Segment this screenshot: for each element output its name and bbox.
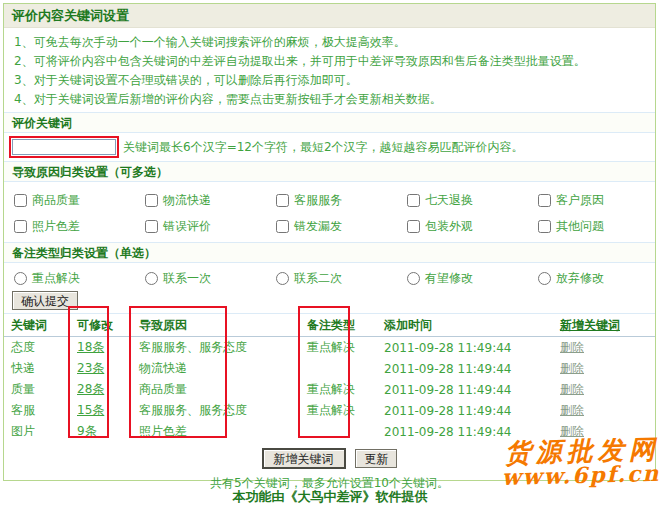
checkbox[interactable] [14, 220, 27, 233]
checkbox[interactable] [145, 194, 158, 207]
time-cell: 2011-09-28 11:49:44 [384, 362, 560, 376]
delete-link[interactable]: 删除 [560, 361, 584, 375]
provider-footer: 本功能由《大鸟中差评》软件提供 [0, 488, 660, 506]
reason-options: 商品质量 物流快递 客服服务 七天退换 客户原因 照片色差 错误评价 错发漏发 … [4, 182, 655, 242]
option-label: 包装外观 [425, 218, 473, 235]
reason-option-item[interactable]: 七天退换 [407, 192, 538, 209]
keyword-cell: 图片 [11, 423, 71, 440]
reason-cell: 照片色差 [132, 423, 301, 440]
option-label: 重点解决 [32, 270, 80, 287]
note-option-item[interactable]: 联系一次 [145, 270, 276, 287]
main-panel: 评价内容关键词设置 1、可免去每次手动一个一个输入关键词搜索评价的麻烦，极大提高… [3, 3, 656, 481]
time-cell: 2011-09-28 11:49:44 [384, 383, 560, 397]
reason-option-item[interactable]: 照片色差 [14, 218, 145, 235]
reason-option-item[interactable]: 包装外观 [407, 218, 538, 235]
checkbox[interactable] [407, 194, 420, 207]
note-cell: 重点解决 [301, 381, 384, 398]
keyword-input-row: 关键词最长6个汉字=12个字符，最短2个汉字，越短越容易匹配评价内容。 [4, 133, 655, 161]
table-row: 客服 15条 客服服务、服务态度 重点解决 2011-09-28 11:49:4… [4, 400, 655, 421]
keyword-table: 关键词 可修改 导致原因 备注类型 添加时间 新增关键词 态度 18条 客服服务… [4, 313, 655, 442]
annotation-box-input [9, 136, 119, 158]
table-row: 图片 9条 照片色差 2011-09-28 11:49:44 删除 [4, 421, 655, 442]
reason-option-item[interactable]: 错发漏发 [276, 218, 407, 235]
delete-link[interactable]: 删除 [560, 382, 584, 396]
instructions-list: 1、可免去每次手动一个一个输入关键词搜索评价的麻烦，极大提高效率。 2、可将评价… [4, 28, 655, 112]
table-row: 质量 28条 商品质量 重点解决 2011-09-28 11:49:44 删除 [4, 379, 655, 400]
radio[interactable] [276, 272, 289, 285]
note-options-row: 重点解决 联系一次 联系二次 有望修改 放弃修改 [14, 268, 655, 288]
reason-option-item[interactable]: 商品质量 [14, 192, 145, 209]
option-label: 其他问题 [556, 218, 604, 235]
radio[interactable] [538, 272, 551, 285]
reason-option-item[interactable]: 客户原因 [538, 192, 660, 209]
note-cell: 重点解决 [301, 402, 384, 419]
delete-link[interactable]: 删除 [560, 340, 584, 354]
editable-count-link[interactable]: 23条 [77, 361, 104, 375]
option-label: 七天退换 [425, 192, 473, 209]
reason-option-item[interactable]: 其他问题 [538, 218, 660, 235]
note-option-item[interactable]: 重点解决 [14, 270, 145, 287]
reason-option-item[interactable]: 错误评价 [145, 218, 276, 235]
note-cell: 重点解决 [301, 339, 384, 356]
instruction-line: 3、对于关键词设置不合理或错误的，可以删除后再行添加即可。 [14, 71, 645, 90]
confirm-submit-button[interactable]: 确认提交 [12, 291, 78, 310]
editable-count-link[interactable]: 18条 [77, 340, 104, 354]
editable-count-link[interactable]: 28条 [77, 382, 104, 396]
note-option-item[interactable]: 有望修改 [407, 270, 538, 287]
checkbox[interactable] [14, 194, 27, 207]
option-label: 客户原因 [556, 192, 604, 209]
col-header-keyword: 关键词 [11, 317, 71, 334]
reason-options-row2: 照片色差 错误评价 错发漏发 包装外观 其他问题 [14, 213, 655, 239]
table-header-row: 关键词 可修改 导致原因 备注类型 添加时间 新增关键词 [4, 313, 655, 337]
col-header-time: 添加时间 [384, 317, 560, 334]
reason-cell: 客服服务、服务态度 [132, 402, 301, 419]
reason-cell: 物流快递 [132, 360, 301, 377]
instruction-line: 1、可免去每次手动一个一个输入关键词搜索评价的麻烦，极大提高效率。 [14, 33, 645, 52]
instruction-line: 2、可将评价内容中包含关键词的中差评自动提取出来，并可用于中差评导致原因和售后备… [14, 52, 645, 71]
checkbox[interactable] [538, 220, 551, 233]
editable-count-link[interactable]: 9条 [77, 424, 97, 438]
option-label: 错误评价 [163, 218, 211, 235]
col-header-count: 可修改 [71, 317, 132, 334]
keyword-cell: 质量 [11, 381, 71, 398]
option-label: 照片色差 [32, 218, 80, 235]
instruction-line: 4、对于关键词设置后新增的评价内容，需要点击更新按钮手才会更新相关数据。 [14, 90, 645, 109]
delete-link[interactable]: 删除 [560, 424, 584, 438]
col-header-reason: 导致原因 [132, 317, 301, 334]
radio[interactable] [145, 272, 158, 285]
reason-option-item[interactable]: 客服服务 [276, 192, 407, 209]
note-option-item[interactable]: 放弃修改 [538, 270, 660, 287]
radio[interactable] [14, 272, 27, 285]
checkbox[interactable] [276, 194, 289, 207]
keyword-input[interactable] [12, 139, 116, 155]
option-label: 商品质量 [32, 192, 80, 209]
keyword-hint-text: 关键词最长6个汉字=12个字符，最短2个汉字，越短越容易匹配评价内容。 [123, 139, 524, 156]
table-row: 快递 23条 物流快递 2011-09-28 11:49:44 删除 [4, 358, 655, 379]
keyword-cell: 态度 [11, 339, 71, 356]
reason-option-item[interactable]: 物流快递 [145, 192, 276, 209]
add-keyword-button[interactable]: 新增关键词 [262, 448, 346, 469]
note-option-item[interactable]: 联系二次 [276, 270, 407, 287]
table-row: 态度 18条 客服服务、服务态度 重点解决 2011-09-28 11:49:4… [4, 337, 655, 358]
update-button[interactable]: 更新 [355, 449, 397, 468]
note-section-header: 备注类型归类设置（单选） [4, 242, 655, 263]
radio[interactable] [407, 272, 420, 285]
checkbox[interactable] [276, 220, 289, 233]
note-options: 重点解决 联系一次 联系二次 有望修改 放弃修改 [4, 263, 655, 291]
col-header-note: 备注类型 [301, 317, 384, 334]
checkbox[interactable] [145, 220, 158, 233]
option-label: 联系一次 [163, 270, 211, 287]
option-label: 客服服务 [294, 192, 342, 209]
reason-cell: 商品质量 [132, 381, 301, 398]
option-label: 错发漏发 [294, 218, 342, 235]
option-label: 放弃修改 [556, 270, 604, 287]
checkbox[interactable] [407, 220, 420, 233]
checkbox[interactable] [538, 194, 551, 207]
reason-cell: 客服服务、服务态度 [132, 339, 301, 356]
delete-link[interactable]: 删除 [560, 403, 584, 417]
keyword-cell: 客服 [11, 402, 71, 419]
reason-section-header: 导致原因归类设置（可多选） [4, 161, 655, 182]
add-keyword-link[interactable]: 新增关键词 [560, 318, 620, 332]
editable-count-link[interactable]: 15条 [77, 403, 104, 417]
time-cell: 2011-09-28 11:49:44 [384, 341, 560, 355]
